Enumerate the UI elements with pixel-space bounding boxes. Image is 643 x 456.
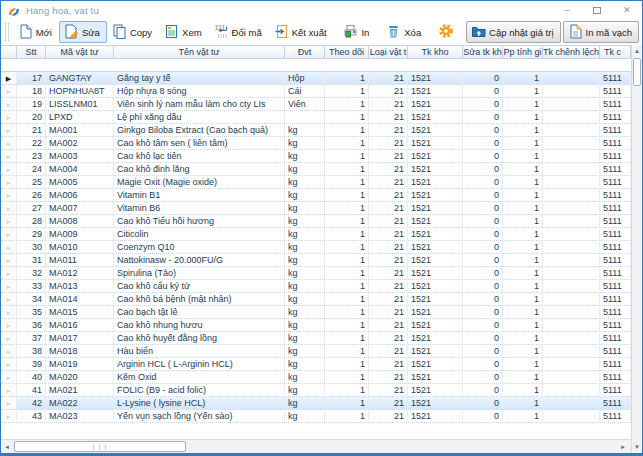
table-row[interactable]: ▸25MA005Magie Oxit (Magie oxide)kg121152… (1, 176, 631, 189)
cell-theo_doi[interactable]: 1 (325, 202, 369, 214)
cell-tk_kho[interactable]: 1521 (408, 137, 463, 149)
cell-pp_tinh_gia[interactable]: 1 (503, 319, 543, 331)
cell-tk_kho[interactable]: 1521 (408, 215, 463, 227)
cell-ten_vat_tu[interactable]: FOLIC (B9 - acid folic) (114, 384, 285, 396)
cell-tk_kho[interactable]: 1521 (408, 124, 463, 136)
cell-stt[interactable]: 39 (17, 358, 46, 370)
table-row[interactable]: ▸32MA012Spirulina (Tảo)kg1211521015111 (1, 267, 631, 280)
row-indicator[interactable]: ▸ (1, 111, 17, 123)
cell-tk_cut[interactable]: 5111 (600, 384, 631, 396)
cell-loai_vat_tu[interactable]: 21 (369, 345, 408, 357)
column-header-pp_tinh_gia[interactable]: Pp tính gi (503, 46, 543, 58)
cell-loai_vat_tu[interactable]: 21 (369, 267, 408, 279)
cell-ten_vat_tu[interactable]: Magie Oxit (Magie oxide) (114, 176, 285, 188)
cell-tk_kho[interactable]: 1521 (408, 189, 463, 201)
cell-tk_chenh_lech[interactable] (543, 345, 600, 357)
table-row[interactable]: ▸19LISSLNM01Viên sinh lý nam mẫu làm cho… (1, 98, 631, 111)
column-header-stt[interactable]: Stt (17, 46, 46, 58)
cell-stt[interactable]: 38 (17, 345, 46, 357)
cell-ma_vat_tu[interactable]: LPXD (46, 111, 114, 123)
close-button[interactable]: ✕ (612, 1, 642, 19)
cell-pp_tinh_gia[interactable]: 1 (503, 228, 543, 240)
cell-stt[interactable]: 18 (17, 85, 46, 97)
cell-pp_tinh_gia[interactable]: 1 (503, 358, 543, 370)
cell-sua_tk_kho[interactable]: 0 (463, 215, 503, 227)
cell-sua_tk_kho[interactable]: 0 (463, 332, 503, 344)
cell-tk_chenh_lech[interactable] (543, 163, 600, 175)
cell-sua_tk_kho[interactable]: 0 (463, 410, 503, 422)
table-row[interactable]: ▸43MA023Yến vụn sạch lồng (Yến sào)kg121… (1, 410, 631, 423)
cell-ma_vat_tu[interactable]: GANGTAY (46, 72, 114, 84)
cell-tk_cut[interactable]: 5111 (600, 332, 631, 344)
cell-ten_vat_tu[interactable]: Hộp nhựa 8 sóng (114, 85, 285, 97)
cell-pp_tinh_gia[interactable]: 1 (503, 280, 543, 292)
cell-dvt[interactable]: kg (285, 150, 325, 162)
table-row[interactable]: ▸28MA008Cao khô Tiểu hồi hươngkg12115210… (1, 215, 631, 228)
cell-ten_vat_tu[interactable]: Kẽm Oxid (114, 371, 285, 383)
cell-tk_cut[interactable]: 5111 (600, 306, 631, 318)
cell-tk_cut[interactable]: 5111 (600, 319, 631, 331)
cell-loai_vat_tu[interactable]: 21 (369, 410, 408, 422)
cell-theo_doi[interactable]: 1 (325, 345, 369, 357)
table-row[interactable]: ▸42MA022L-Lysine ( lysine HCL)kg12115210… (1, 397, 631, 410)
cell-ten_vat_tu[interactable]: Arginin HCL ( L-Arginin HCL) (114, 358, 285, 370)
minimize-button[interactable]: – (552, 1, 582, 19)
cell-theo_doi[interactable]: 1 (325, 228, 369, 240)
cell-sua_tk_kho[interactable]: 0 (463, 176, 503, 188)
cell-tk_chenh_lech[interactable] (543, 410, 600, 422)
cell-stt[interactable]: 34 (17, 293, 46, 305)
table-row[interactable]: ▸30MA010Coenzym Q10kg1211521015111 (1, 241, 631, 254)
table-row[interactable]: ▸41MA021FOLIC (B9 - acid folic)kg1211521… (1, 384, 631, 397)
cell-dvt[interactable]: kg (285, 319, 325, 331)
cell-tk_cut[interactable]: 5111 (600, 72, 631, 84)
cell-tk_kho[interactable]: 1521 (408, 293, 463, 305)
cell-dvt[interactable]: Viên (285, 98, 325, 110)
cell-ten_vat_tu[interactable]: Găng tay y tế (114, 72, 285, 84)
cell-dvt[interactable]: kg (285, 345, 325, 357)
cell-pp_tinh_gia[interactable]: 1 (503, 215, 543, 227)
cell-theo_doi[interactable]: 1 (325, 410, 369, 422)
column-header-tk_chenh_lech[interactable]: Tk chênh lệch (543, 46, 600, 58)
cell-loai_vat_tu[interactable]: 21 (369, 384, 408, 396)
table-row[interactable]: ▸18HOPNHUA8THộp nhựa 8 sóngCái1211521015… (1, 85, 631, 98)
cell-pp_tinh_gia[interactable]: 1 (503, 72, 543, 84)
cell-tk_chenh_lech[interactable] (543, 293, 600, 305)
cell-ten_vat_tu[interactable]: Cao khô cẩu ký tử (114, 280, 285, 292)
cell-tk_kho[interactable]: 1521 (408, 72, 463, 84)
cell-pp_tinh_gia[interactable]: 1 (503, 371, 543, 383)
cell-ten_vat_tu[interactable]: Hàu biển (114, 345, 285, 357)
edit-button[interactable]: Sửa (59, 21, 107, 43)
row-indicator[interactable]: ▸ (1, 228, 17, 240)
column-header-tk_cut[interactable]: Tk c (600, 46, 631, 58)
cell-theo_doi[interactable]: 1 (325, 241, 369, 253)
cell-theo_doi[interactable]: 1 (325, 137, 369, 149)
cell-ten_vat_tu[interactable]: Coenzym Q10 (114, 241, 285, 253)
cell-theo_doi[interactable]: 1 (325, 371, 369, 383)
cell-tk_kho[interactable]: 1521 (408, 202, 463, 214)
cell-stt[interactable]: 26 (17, 189, 46, 201)
cell-ten_vat_tu[interactable]: L-Lysine ( lysine HCL) (114, 397, 285, 409)
cell-dvt[interactable]: kg (285, 176, 325, 188)
cell-ma_vat_tu[interactable]: MA001 (46, 124, 114, 136)
cell-ma_vat_tu[interactable]: MA016 (46, 319, 114, 331)
column-header-dvt[interactable]: Đvt (285, 46, 325, 58)
cell-pp_tinh_gia[interactable]: 1 (503, 345, 543, 357)
cell-pp_tinh_gia[interactable]: 1 (503, 293, 543, 305)
cell-ten_vat_tu[interactable]: Vitamin B1 (114, 189, 285, 201)
row-indicator[interactable]: ▸ (1, 85, 17, 97)
cell-ma_vat_tu[interactable]: MA007 (46, 202, 114, 214)
cell-theo_doi[interactable]: 1 (325, 189, 369, 201)
cell-dvt[interactable]: kg (285, 332, 325, 344)
cell-stt[interactable]: 27 (17, 202, 46, 214)
cell-ma_vat_tu[interactable]: MA023 (46, 410, 114, 422)
cell-tk_kho[interactable]: 1521 (408, 410, 463, 422)
cell-pp_tinh_gia[interactable]: 1 (503, 176, 543, 188)
cell-ma_vat_tu[interactable]: MA015 (46, 306, 114, 318)
cell-theo_doi[interactable]: 1 (325, 306, 369, 318)
cell-tk_chenh_lech[interactable] (543, 72, 600, 84)
cell-sua_tk_kho[interactable]: 0 (463, 111, 503, 123)
vertical-scrollbar[interactable]: ▴ ▾ (631, 45, 642, 453)
cell-ma_vat_tu[interactable]: MA012 (46, 267, 114, 279)
cell-tk_kho[interactable]: 1521 (408, 306, 463, 318)
cell-ma_vat_tu[interactable]: MA008 (46, 215, 114, 227)
